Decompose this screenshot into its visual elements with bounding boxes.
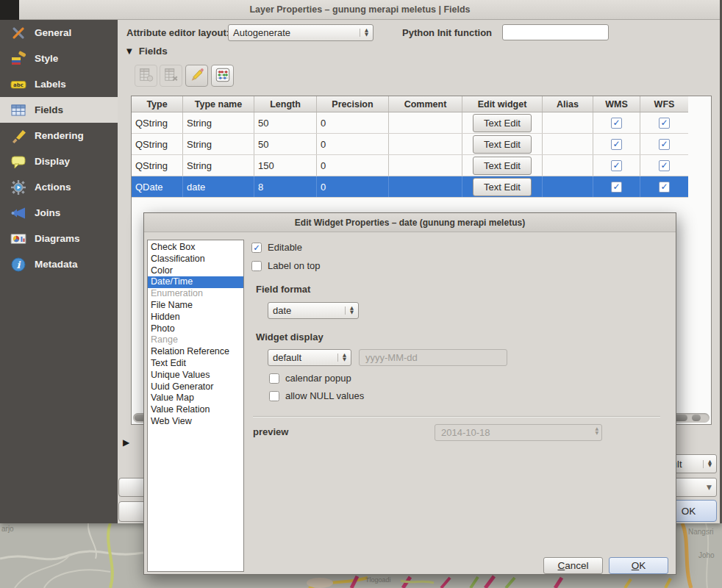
abacus-icon — [215, 67, 231, 85]
scrollbar-nub[interactable] — [692, 415, 701, 421]
column-header[interactable]: Type name — [183, 96, 254, 112]
cell-comment — [389, 155, 462, 176]
label-on-top-label: Label on top — [268, 260, 321, 271]
column-header[interactable]: Length — [254, 96, 317, 112]
sidebar-item-fields[interactable]: Fields — [0, 97, 118, 123]
hidden-left-button[interactable] — [118, 501, 146, 522]
sidebar-item-rendering[interactable]: Rendering — [0, 123, 118, 148]
label-on-top-checkbox[interactable] — [251, 261, 262, 271]
allow-null-label: allow NULL values — [285, 390, 364, 401]
table-row[interactable]: QString String 150 0 Text Edit ✓ ✓ — [132, 155, 688, 176]
table-row-selected[interactable]: QDate date 8 0 Text Edit ✓ ✓ — [132, 176, 688, 198]
column-header[interactable]: Type — [132, 96, 183, 112]
dialog-titlebar[interactable]: Edit Widget Properties – date (gunung me… — [144, 213, 676, 232]
widget-type-item[interactable]: File Name — [148, 300, 243, 312]
edit-widget-properties-dialog: Edit Widget Properties – date (gunung me… — [143, 212, 676, 575]
sidebar-item-metadata[interactable]: i Metadata — [0, 251, 118, 277]
display-mode-combo[interactable]: default ▲▼ — [268, 349, 351, 366]
widget-type-item[interactable]: Hidden — [148, 312, 243, 323]
table-icon — [10, 102, 27, 118]
calendar-popup-checkbox[interactable] — [269, 373, 279, 384]
style-brush-icon — [10, 51, 27, 67]
chart-icon — [10, 231, 27, 247]
column-header[interactable]: Edit widget — [462, 96, 543, 112]
widget-type-item[interactable]: Text Edit — [148, 358, 243, 370]
map-place-label: Joho — [698, 551, 715, 559]
widget-type-item[interactable]: Photo — [148, 323, 243, 335]
wms-checkbox[interactable]: ✓ — [611, 139, 622, 150]
field-calculator-button[interactable] — [211, 65, 234, 87]
panel-collapse-arrow-icon[interactable]: ▶ — [123, 437, 129, 448]
display-format-field: yyyy-MM-dd — [359, 349, 507, 366]
widget-type-item-selected[interactable]: Date/Time — [148, 276, 243, 288]
widget-type-item[interactable]: Relation Reference — [148, 346, 243, 358]
column-header[interactable]: WMS — [593, 96, 640, 112]
cell-length: 150 — [254, 155, 317, 176]
wfs-checkbox[interactable]: ✓ — [659, 160, 670, 171]
widget-type-list[interactable]: Check Box Classification Color Date/Time… — [147, 240, 244, 572]
allow-null-checkbox-row[interactable]: allow NULL values — [269, 390, 364, 401]
wfs-checkbox[interactable]: ✓ — [659, 182, 670, 193]
column-header[interactable]: Precision — [317, 96, 389, 112]
column-header[interactable]: Comment — [389, 96, 462, 112]
edit-widget-button[interactable]: Text Edit — [473, 157, 532, 175]
sidebar-item-display[interactable]: Display — [0, 148, 118, 174]
dialog-title: Edit Widget Properties – date (gunung me… — [144, 218, 676, 228]
display-format-value: yyyy-MM-dd — [365, 352, 418, 363]
hidden-left-button[interactable] — [118, 478, 146, 497]
gear-play-icon — [10, 179, 27, 196]
window-title: Layer Properties – gunung merapi meletus… — [0, 4, 720, 15]
edit-widget-button[interactable]: Text Edit — [473, 114, 532, 132]
sidebar-item-general[interactable]: General — [0, 20, 118, 46]
field-format-combo[interactable]: date ▲▼ — [268, 302, 359, 319]
widget-type-item[interactable]: Uuid Generator — [148, 381, 243, 393]
editable-checkbox-row[interactable]: ✓ Editable — [251, 242, 302, 253]
cancel-button[interactable]: Cancel — [543, 557, 603, 574]
edit-widget-button[interactable]: Text Edit — [473, 178, 532, 196]
table-row[interactable]: QString String 50 0 Text Edit ✓ ✓ — [132, 134, 688, 155]
ok-button[interactable]: OK — [609, 557, 668, 574]
wms-checkbox[interactable]: ✓ — [611, 160, 622, 171]
table-row[interactable]: QString String 50 0 Text Edit ✓ ✓ — [132, 112, 688, 134]
wfs-checkbox[interactable]: ✓ — [659, 118, 670, 129]
sidebar-item-joins[interactable]: Joins — [0, 200, 118, 226]
chevron-down-icon: ▼ — [707, 484, 712, 491]
wms-checkbox[interactable]: ✓ — [611, 118, 622, 129]
cell-type: QString — [132, 134, 183, 154]
sidebar-item-labels[interactable]: abc Labels — [0, 71, 118, 97]
widget-type-item[interactable]: Value Map — [148, 392, 243, 404]
widget-type-item[interactable]: Classification — [148, 254, 243, 265]
wms-checkbox[interactable]: ✓ — [611, 182, 622, 193]
widget-type-item[interactable]: Unique Values — [148, 370, 243, 381]
toggle-editing-button[interactable] — [185, 65, 208, 87]
widget-type-item[interactable]: Check Box — [148, 242, 243, 254]
new-column-icon — [138, 67, 154, 85]
label-on-top-checkbox-row[interactable]: Label on top — [251, 260, 321, 271]
column-header[interactable]: Alias — [543, 96, 593, 112]
divider — [253, 416, 660, 417]
column-header[interactable]: WFS — [640, 96, 688, 112]
widget-type-item[interactable]: Color — [148, 265, 243, 277]
python-init-input[interactable] — [502, 24, 609, 40]
delete-column-button[interactable] — [160, 65, 182, 87]
fields-group-header[interactable]: ▼ Fields — [126, 46, 168, 57]
widget-type-item[interactable]: Web View — [148, 416, 243, 428]
sidebar-item-style[interactable]: Style — [0, 46, 118, 71]
edit-widget-button[interactable]: Text Edit — [473, 135, 532, 154]
attr-editor-layout-label: Attribute editor layout: — [126, 27, 229, 38]
attr-editor-layout-combo[interactable]: Autogenerate ▲▼ — [228, 24, 373, 41]
calendar-popup-checkbox-row[interactable]: calendar popup — [269, 373, 351, 384]
new-column-button[interactable] — [135, 65, 157, 87]
window-titlebar[interactable]: Layer Properties – gunung merapi meletus… — [0, 0, 720, 20]
widget-type-item[interactable]: Value Relation — [148, 404, 243, 416]
editable-checkbox[interactable]: ✓ — [251, 243, 262, 253]
allow-null-checkbox[interactable] — [269, 391, 279, 401]
sidebar-item-actions[interactable]: Actions — [0, 174, 118, 200]
cell-alias — [543, 176, 593, 197]
cell-type-name: String — [183, 134, 254, 154]
sidebar-item-diagrams[interactable]: Diagrams — [0, 226, 118, 251]
wfs-checkbox[interactable]: ✓ — [659, 139, 670, 150]
paintbrush-icon — [10, 128, 27, 144]
editable-label: Editable — [268, 242, 302, 253]
cell-alias — [543, 134, 593, 154]
